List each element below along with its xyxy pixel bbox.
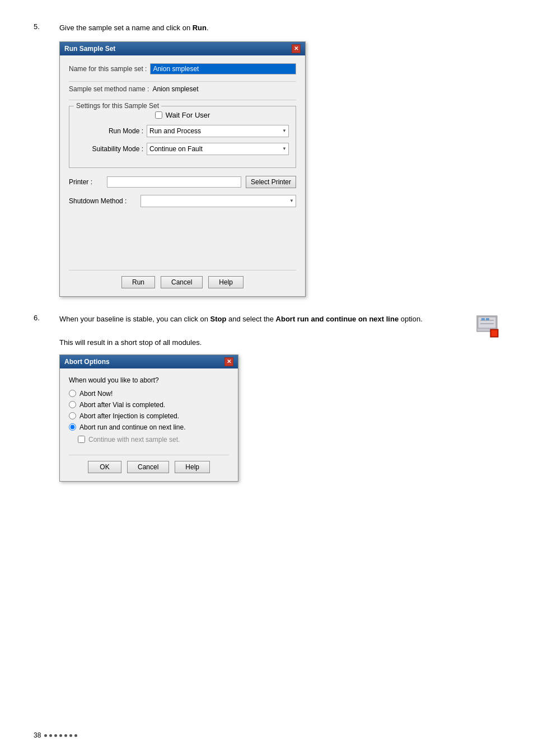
step-6-number: 6. xyxy=(34,314,50,482)
dialog-body: Name for this sample set : Sample set me… xyxy=(60,55,305,296)
page-number: 38 xyxy=(34,731,41,739)
suitability-select[interactable]: Continue on Fault xyxy=(147,143,289,155)
abort-option-4-label: Abort run and continue on next line. xyxy=(79,423,185,431)
settings-group: Settings for this Sample Set Wait For Us… xyxy=(69,106,296,168)
dialog-title: Run Sample Set xyxy=(64,45,115,53)
abort-help-button[interactable]: Help xyxy=(175,461,210,473)
step-6: 6. When your baseline is stable, you can… xyxy=(34,314,500,482)
name-label: Name for this sample set : xyxy=(69,65,147,73)
spacer xyxy=(69,214,296,259)
abort-option-4-row: Abort run and continue on next line. xyxy=(69,423,229,431)
abort-dialog-titlebar: Abort Options ✕ xyxy=(60,355,238,368)
suitability-label: Suitability Mode : xyxy=(76,145,143,153)
method-row: Sample set method name : Anion smpleset xyxy=(69,85,296,93)
abort-option-4-radio[interactable] xyxy=(69,423,76,431)
step-6-header: When your baseline is stable, you can cl… xyxy=(59,314,500,338)
wait-for-user-checkbox[interactable] xyxy=(155,111,162,119)
shutdown-select[interactable] xyxy=(140,195,296,207)
page-footer: 38 xyxy=(34,731,77,739)
svg-rect-7 xyxy=(486,318,489,320)
help-button[interactable]: Help xyxy=(208,276,243,288)
dialog-buttons: Run Cancel Help xyxy=(69,270,296,288)
step-5: 5. Give the sample set a name and click … xyxy=(34,22,500,297)
page-dot-3 xyxy=(54,734,57,737)
abort-option-1-row: Abort Now! xyxy=(69,390,229,398)
step-5-number: 5. xyxy=(34,22,50,297)
page-dot-7 xyxy=(74,734,77,737)
continue-checkbox[interactable] xyxy=(78,436,85,443)
dialog-close-button[interactable]: ✕ xyxy=(292,44,301,53)
abort-option-2-row: Abort after Vial is completed. xyxy=(69,401,229,409)
abort-dialog-buttons: OK Cancel Help xyxy=(69,455,229,473)
shutdown-row: Shutdown Method : xyxy=(69,195,296,207)
abort-dialog-title: Abort Options xyxy=(64,358,110,366)
printer-row: Printer : Select Printer xyxy=(69,176,296,188)
abort-options-dialog: Abort Options ✕ When would you like to a… xyxy=(59,354,238,482)
cancel-button[interactable]: Cancel xyxy=(161,276,203,288)
select-printer-button[interactable]: Select Printer xyxy=(246,176,296,188)
abort-option-1-label: Abort Now! xyxy=(79,390,113,398)
shutdown-select-wrapper xyxy=(140,195,296,207)
step-6-content: When your baseline is stable, you can cl… xyxy=(59,314,500,482)
abort-option-3-row: Abort after Injection is completed. xyxy=(69,412,229,420)
name-row: Name for this sample set : xyxy=(69,63,296,74)
step-6-text: When your baseline is stable, you can cl… xyxy=(59,314,465,325)
step-5-text: Give the sample set a name and click on … xyxy=(59,22,500,34)
abort-cancel-button[interactable]: Cancel xyxy=(127,461,169,473)
page-dot-4 xyxy=(59,734,62,737)
abort-option-1-radio[interactable] xyxy=(69,390,76,397)
shutdown-label: Shutdown Method : xyxy=(69,197,136,205)
step-6-text-area: When your baseline is stable, you can cl… xyxy=(59,314,465,333)
run-button[interactable]: Run xyxy=(121,276,155,288)
stop-icon-container xyxy=(476,314,500,338)
run-mode-select[interactable]: Run and Process xyxy=(147,125,289,137)
abort-question: When would you like to abort? xyxy=(69,376,229,384)
page-dots xyxy=(44,734,77,737)
wait-for-user-row: Wait For User xyxy=(76,111,289,119)
method-label: Sample set method name : xyxy=(69,85,149,93)
page-dot-1 xyxy=(44,734,47,737)
name-input[interactable] xyxy=(150,63,296,74)
abort-option-3-label: Abort after Injection is completed. xyxy=(79,412,179,420)
printer-input[interactable] xyxy=(107,176,241,188)
step-5-content: Give the sample set a name and click on … xyxy=(59,22,500,297)
run-mode-row: Run Mode : Run and Process xyxy=(76,125,289,137)
wait-for-user-label: Wait For User xyxy=(166,111,210,119)
abort-ok-button[interactable]: OK xyxy=(88,461,121,473)
printer-label: Printer : xyxy=(69,178,102,186)
abort-dialog-body: When would you like to abort? Abort Now!… xyxy=(60,368,238,481)
page-dot-6 xyxy=(69,734,72,737)
run-mode-select-wrapper: Run and Process xyxy=(147,125,289,137)
svg-rect-3 xyxy=(491,330,497,336)
run-sample-set-dialog: Run Sample Set ✕ Name for this sample se… xyxy=(59,41,306,297)
abort-option-2-radio[interactable] xyxy=(69,401,76,408)
suitability-select-wrapper: Continue on Fault xyxy=(147,143,289,155)
page-dot-5 xyxy=(64,734,67,737)
step-6-subtext: This will result in a short stop of all … xyxy=(59,338,500,347)
page-dot-2 xyxy=(49,734,52,737)
instrument-icon xyxy=(476,314,500,338)
run-mode-label: Run Mode : xyxy=(76,127,143,135)
abort-dialog-close-button[interactable]: ✕ xyxy=(224,357,233,366)
settings-legend: Settings for this Sample Set xyxy=(74,102,161,110)
dialog-titlebar: Run Sample Set ✕ xyxy=(60,42,305,55)
svg-rect-6 xyxy=(481,318,485,320)
continue-checkbox-label: Continue with next sample set. xyxy=(88,436,180,444)
method-value: Anion smpleset xyxy=(152,85,198,93)
continue-checkbox-row: Continue with next sample set. xyxy=(78,436,229,444)
abort-option-3-radio[interactable] xyxy=(69,412,76,419)
abort-option-2-label: Abort after Vial is completed. xyxy=(79,401,165,409)
suitability-row: Suitability Mode : Continue on Fault xyxy=(76,143,289,155)
